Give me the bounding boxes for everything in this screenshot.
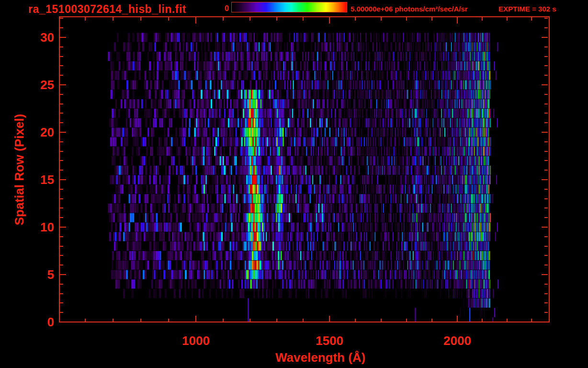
plot-frame [59, 16, 550, 322]
y-major-tick [60, 179, 66, 180]
y-minor-tick [60, 170, 63, 171]
x-major-tick [195, 316, 196, 322]
x-minor-tick [140, 17, 141, 21]
x-minor-tick [531, 17, 532, 21]
y-minor-tick [60, 246, 63, 247]
x-minor-tick [303, 319, 304, 322]
y-tick-label: 0 [28, 315, 54, 329]
y-minor-tick [544, 236, 548, 237]
y-minor-tick [60, 141, 63, 142]
spectrogram-window: ra_151003072614_hisb_lin.fit 0 5.00000e+… [0, 0, 588, 368]
y-minor-tick [544, 46, 548, 47]
y-minor-tick [544, 160, 548, 161]
x-minor-tick [406, 319, 407, 322]
y-minor-tick [60, 293, 63, 294]
y-minor-tick [544, 75, 548, 76]
x-minor-tick [168, 17, 169, 21]
y-tick-label: 25 [28, 78, 54, 92]
y-minor-tick [60, 284, 63, 285]
y-major-tick [60, 274, 66, 275]
y-minor-tick [544, 217, 548, 218]
y-tick-label: 5 [28, 268, 54, 281]
x-minor-tick [406, 17, 407, 21]
y-minor-tick [60, 94, 63, 95]
x-minor-tick [85, 319, 86, 322]
x-minor-tick [381, 17, 382, 21]
x-major-tick [329, 316, 330, 322]
y-minor-tick [544, 141, 548, 142]
y-minor-tick [544, 264, 548, 265]
y-tick-label: 30 [28, 31, 54, 44]
colorbar-max-label: 5.00000e+06 photons/cm²/sec/A/sr [351, 5, 468, 13]
y-minor-tick [544, 246, 548, 247]
y-minor-tick [544, 207, 548, 208]
y-minor-tick [60, 312, 63, 313]
y-major-tick [542, 37, 548, 38]
x-minor-tick [482, 319, 483, 322]
x-minor-tick [381, 319, 382, 322]
y-major-tick [542, 84, 548, 85]
y-major-tick [60, 132, 66, 133]
y-axis-title: Spatial Row (Pixel) [12, 114, 27, 226]
x-minor-tick [249, 319, 250, 322]
y-minor-tick [60, 207, 63, 208]
y-minor-tick [60, 46, 63, 47]
x-axis-title: Wavelength (Å) [275, 350, 335, 365]
y-minor-tick [544, 312, 548, 313]
y-minor-tick [544, 122, 548, 123]
y-minor-tick [60, 160, 63, 161]
y-minor-tick [60, 189, 63, 190]
x-minor-tick [531, 319, 532, 322]
y-minor-tick [544, 18, 548, 19]
y-major-tick [542, 227, 548, 228]
x-minor-tick [140, 319, 141, 322]
y-minor-tick [544, 255, 548, 256]
x-minor-tick [482, 17, 483, 21]
x-tick-label: 1500 [301, 334, 358, 348]
x-minor-tick [223, 17, 224, 21]
y-tick-label: 15 [28, 173, 54, 186]
x-minor-tick [276, 17, 277, 21]
y-major-tick [542, 132, 548, 133]
y-major-tick [60, 84, 66, 85]
spectrogram-heatmap [60, 17, 549, 322]
y-minor-tick [60, 113, 63, 114]
y-minor-tick [544, 284, 548, 285]
x-minor-tick [168, 319, 169, 322]
x-minor-tick [355, 319, 356, 322]
colorbar [231, 2, 347, 12]
y-minor-tick [544, 94, 548, 95]
y-major-tick [542, 322, 548, 322]
x-minor-tick [223, 319, 224, 322]
x-minor-tick [431, 17, 432, 21]
y-minor-tick [60, 236, 63, 237]
y-minor-tick [60, 65, 63, 66]
y-minor-tick [60, 18, 63, 19]
y-tick-label: 10 [28, 220, 54, 234]
y-minor-tick [544, 113, 548, 114]
y-minor-tick [544, 104, 548, 104]
y-minor-tick [60, 56, 63, 57]
x-tick-label: 2000 [429, 334, 486, 348]
y-minor-tick [544, 65, 548, 66]
y-major-tick [60, 37, 66, 38]
y-minor-tick [60, 122, 63, 123]
y-minor-tick [544, 170, 548, 171]
y-minor-tick [544, 302, 548, 303]
x-minor-tick [303, 17, 304, 21]
y-minor-tick [544, 293, 548, 294]
y-major-tick [542, 179, 548, 180]
y-minor-tick [60, 104, 63, 104]
y-minor-tick [60, 75, 63, 76]
x-minor-tick [276, 319, 277, 322]
x-minor-tick [249, 17, 250, 21]
y-major-tick [60, 322, 66, 322]
y-minor-tick [544, 27, 548, 28]
x-minor-tick [507, 17, 508, 21]
y-minor-tick [60, 264, 63, 265]
x-minor-tick [431, 319, 432, 322]
x-minor-tick [113, 17, 113, 21]
y-major-tick [60, 227, 66, 228]
x-major-tick [457, 316, 458, 322]
y-minor-tick [60, 255, 63, 256]
